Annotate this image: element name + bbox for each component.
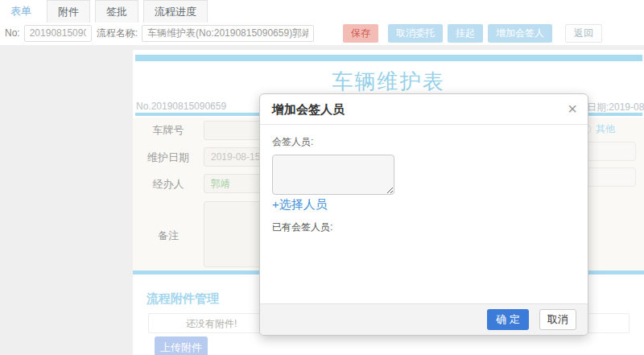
back-button[interactable]: 返回	[565, 24, 602, 43]
save-button[interactable]: 保存	[343, 24, 378, 43]
license-plate-label: 车牌号	[133, 123, 204, 138]
suspend-button[interactable]: 挂起	[448, 24, 483, 43]
modal-footer: 确 定 取消	[260, 303, 588, 335]
process-name-label: 流程名称:	[97, 27, 138, 40]
cancel-delegation-button[interactable]: 取消委托	[388, 24, 443, 43]
tab-form[interactable]: 表单	[0, 0, 42, 23]
maintenance-date-label: 维护日期	[133, 151, 204, 165]
remarks-label: 备注	[133, 229, 204, 243]
handler-label: 经办人	[133, 177, 204, 192]
confirm-button[interactable]: 确 定	[487, 309, 529, 330]
no-label: No:	[5, 27, 20, 39]
modal-header: 增加会签人员 ×	[260, 94, 588, 125]
existing-countersign-label: 已有会签人员:	[272, 221, 576, 234]
modal-body: 会签人员: +选择人员 已有会签人员:	[260, 125, 588, 234]
tab-bar: 表单 附件 签批 流程进度	[0, 0, 213, 23]
top-accent-strip	[135, 55, 642, 61]
page-title: 车辆维护表	[133, 68, 644, 96]
toolbar: No: 流程名称: 保存 取消委托 挂起 增加会签人 返回	[0, 23, 644, 43]
other-option-label: 其他	[596, 122, 615, 136]
tab-sign-approval[interactable]: 签批	[95, 0, 138, 23]
modal-title: 增加会签人员	[272, 102, 345, 116]
select-personnel-link[interactable]: +选择人员	[272, 197, 328, 213]
process-name-input[interactable]	[142, 25, 314, 42]
header: 表单 附件 签批 流程进度 No: 流程名称: 保存 取消委托 挂起 增加会签人…	[0, 0, 644, 45]
upload-attachment-button[interactable]: 上传附件	[155, 336, 208, 355]
countersign-personnel-textarea[interactable]	[272, 155, 394, 195]
attachment-section-title: 流程附件管理	[147, 291, 219, 307]
form-number: No.20190815090659	[136, 101, 226, 112]
cancel-button[interactable]: 取消	[539, 309, 576, 330]
close-icon[interactable]: ×	[568, 94, 577, 123]
tab-attachment[interactable]: 附件	[47, 0, 90, 23]
no-input[interactable]	[24, 25, 92, 42]
countersign-personnel-label: 会签人员:	[272, 135, 576, 149]
add-countersign-modal: 增加会签人员 × 会签人员: +选择人员 已有会签人员: 确 定 取消	[259, 93, 588, 336]
tab-process-progress[interactable]: 流程进度	[143, 0, 208, 23]
add-countersigner-button[interactable]: 增加会签人	[488, 24, 552, 43]
